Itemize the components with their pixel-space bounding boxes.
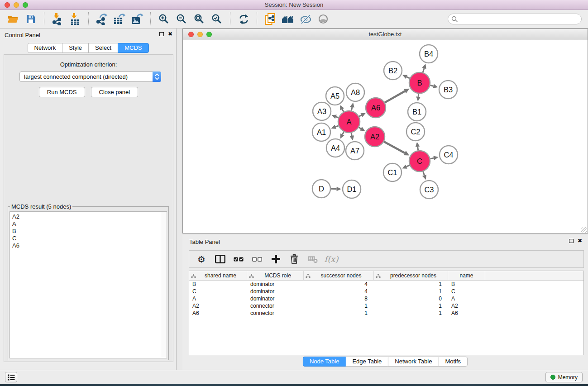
table-row[interactable]: Cdominator41C — [189, 288, 583, 295]
tab-network[interactable]: Network — [27, 43, 62, 53]
float-panel-icon[interactable] — [159, 32, 164, 36]
table-row[interactable]: Bdominator41B — [189, 281, 583, 288]
home-view-button[interactable] — [281, 12, 295, 26]
network-window-titlebar[interactable]: testGlobe.txt — [183, 29, 588, 40]
import-table-button[interactable] — [68, 12, 82, 26]
table-cell[interactable]: 4 — [304, 288, 374, 295]
close-window-button[interactable] — [5, 2, 10, 8]
new-network-from-file-button[interactable] — [263, 12, 277, 26]
graph-edge-B-B1[interactable] — [418, 94, 419, 97]
tab-node-table[interactable]: Node Table — [303, 357, 346, 367]
graph-edge-C-C1[interactable] — [406, 165, 410, 167]
table-cell[interactable]: 1 — [304, 310, 374, 317]
graph-edge-A-A8[interactable] — [351, 107, 352, 111]
table-row[interactable]: A2connector11A2 — [189, 302, 583, 310]
table-cell[interactable]: dominator — [247, 295, 304, 302]
column-header-name[interactable]: name — [448, 271, 485, 280]
import-network-button[interactable] — [51, 12, 64, 26]
graph-edge-A-A2[interactable] — [359, 128, 361, 129]
table-cell[interactable]: B — [189, 281, 247, 288]
graph-edge-A-A1[interactable] — [335, 126, 338, 127]
table-cell[interactable]: B — [448, 281, 485, 288]
show-columns-button[interactable] — [214, 253, 226, 265]
graph-edge-A-A5[interactable] — [342, 109, 344, 112]
mcds-result-item[interactable]: B — [12, 228, 167, 235]
zoom-window-button[interactable] — [23, 2, 28, 8]
deselect-all-button[interactable] — [251, 253, 263, 265]
column-header-mcds-role[interactable]: MCDS role — [247, 271, 304, 280]
close-panel-icon[interactable]: ✖ — [168, 31, 172, 37]
tab-network-table[interactable]: Network Table — [388, 357, 439, 367]
mcds-result-item[interactable]: A2 — [12, 213, 167, 220]
zoom-network-window-button[interactable] — [206, 32, 212, 37]
close-panel-button[interactable]: Close panel — [91, 87, 139, 97]
column-header-predecessor-nodes[interactable]: predecessor nodes — [374, 271, 448, 280]
table-cell[interactable]: C — [448, 288, 485, 295]
table-cell[interactable]: 8 — [304, 295, 374, 302]
table-cell[interactable]: 1 — [374, 310, 448, 317]
show-view-button[interactable] — [316, 12, 330, 26]
open-session-button[interactable] — [6, 12, 20, 26]
table-row[interactable]: A6connector11A6 — [189, 310, 583, 317]
table-cell[interactable]: dominator — [247, 288, 304, 295]
table-cell[interactable]: 1 — [304, 302, 374, 310]
hide-glyphs-button[interactable] — [299, 12, 312, 26]
export-image-button[interactable] — [130, 12, 144, 26]
mcds-result-list[interactable]: A2ABCA6 — [10, 211, 167, 358]
network-canvas[interactable]: B4B2BB3B1A5A8A3A6AA1C2A4A7A2CC4C1C3DD1 — [183, 40, 588, 233]
table-cell[interactable]: 0 — [374, 295, 448, 302]
table-cell[interactable]: 4 — [304, 281, 374, 288]
run-mcds-button[interactable]: Run MCDS — [39, 87, 85, 97]
table-cell[interactable]: A2 — [448, 302, 485, 310]
memory-button[interactable]: Memory — [545, 372, 583, 382]
export-network-button[interactable] — [95, 12, 109, 26]
table-cell[interactable]: dominator — [247, 281, 304, 288]
tab-motifs[interactable]: Motifs — [438, 357, 468, 367]
search-box[interactable] — [448, 14, 582, 24]
table-cell[interactable]: A6 — [448, 310, 485, 317]
task-history-button[interactable] — [5, 372, 17, 382]
table-cell[interactable]: connector — [247, 302, 304, 310]
zoom-selected-button[interactable] — [210, 12, 224, 26]
search-input[interactable] — [458, 14, 578, 24]
table-cell[interactable]: A — [189, 295, 247, 302]
float-table-panel-icon[interactable] — [569, 239, 574, 243]
table-row[interactable]: Adominator80A — [189, 295, 583, 302]
table-cell[interactable]: 1 — [374, 281, 448, 288]
export-table-button[interactable] — [113, 12, 126, 26]
criterion-dropdown[interactable]: largest connected component (directed) — [19, 71, 161, 82]
minimize-network-window-button[interactable] — [197, 32, 203, 37]
graph-edge-C-C4[interactable] — [430, 158, 434, 159]
create-column-button[interactable] — [270, 253, 282, 265]
select-all-button[interactable] — [233, 253, 244, 265]
tab-edge-table[interactable]: Edge Table — [345, 357, 388, 367]
graph-edge-B-B4[interactable] — [423, 68, 424, 72]
tab-mcds[interactable]: MCDS — [118, 43, 148, 53]
graph-edge-A-A7[interactable] — [351, 133, 352, 136]
table-cell[interactable]: A — [448, 295, 485, 302]
graph-edge-A6-B[interactable] — [385, 91, 405, 103]
delete-column-button[interactable] — [288, 253, 300, 265]
graph-edge-A2-C[interactable] — [384, 142, 405, 153]
close-network-window-button[interactable] — [188, 32, 194, 37]
mcds-result-item[interactable]: C — [12, 235, 167, 242]
table-cell[interactable]: 1 — [374, 288, 448, 295]
graph-edge-A-A4[interactable] — [342, 132, 344, 134]
column-header-shared-name[interactable]: shared name — [189, 271, 247, 280]
table-cell[interactable]: A2 — [189, 302, 247, 310]
zoom-fit-button[interactable] — [192, 12, 206, 26]
network-graph[interactable]: B4B2BB3B1A5A8A3A6AA1C2A4A7A2CC4C1C3DD1 — [183, 40, 588, 233]
graph-edge-B-B2[interactable] — [406, 77, 410, 78]
graph-edge-A-A6[interactable] — [359, 115, 362, 116]
column-header-successor-nodes[interactable]: successor nodes — [304, 271, 374, 280]
mcds-result-item[interactable]: A — [12, 220, 167, 228]
table-cell[interactable]: 1 — [374, 302, 448, 310]
list-scrollbar[interactable] — [161, 212, 166, 357]
table-cell[interactable]: C — [189, 288, 247, 295]
tab-select[interactable]: Select — [88, 43, 118, 53]
resize-grip[interactable] — [581, 227, 587, 233]
tab-style[interactable]: Style — [62, 43, 89, 53]
table-cell[interactable]: connector — [247, 310, 304, 317]
graph-edge-C-C2[interactable] — [418, 147, 418, 150]
graph-edge-B-B3[interactable] — [430, 86, 433, 86]
